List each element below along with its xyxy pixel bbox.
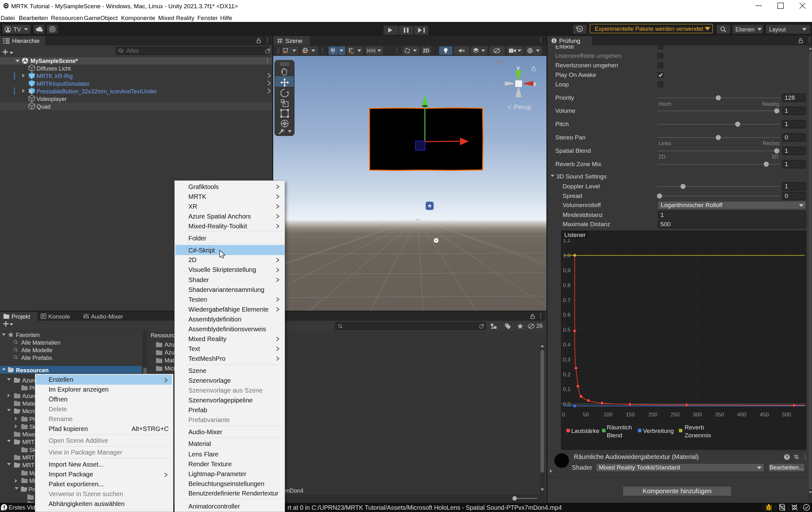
svg-text:0.5: 0.5: [563, 327, 571, 333]
svg-text:50: 50: [583, 412, 589, 418]
svg-text:300: 300: [693, 412, 702, 418]
svg-text:Reverb: Reverb: [685, 424, 704, 431]
svg-text:100: 100: [604, 412, 612, 418]
svg-text:Räumlich: Räumlich: [607, 424, 632, 431]
svg-text:0,3: 0,3: [563, 357, 571, 363]
svg-text:0.2: 0.2: [563, 371, 571, 378]
svg-text:Persp: Persp: [514, 103, 531, 111]
svg-text:y: y: [517, 64, 520, 71]
svg-text:Blend: Blend: [607, 432, 622, 439]
svg-text:Verbreitung: Verbreitung: [643, 427, 674, 434]
svg-text:500: 500: [782, 412, 791, 418]
svg-text:<: <: [508, 103, 511, 111]
svg-text:?: ?: [786, 454, 788, 460]
svg-text:0,9: 0,9: [563, 267, 571, 273]
svg-text:200: 200: [648, 412, 657, 418]
svg-text:Zonenmix: Zonenmix: [685, 432, 711, 439]
svg-text:0,0: 0,0: [563, 401, 571, 407]
svg-text:0: 0: [562, 412, 565, 418]
svg-text:450: 450: [760, 412, 769, 418]
svg-text:Lautstärke: Lautstärke: [571, 427, 600, 434]
svg-text:0.6: 0.6: [563, 312, 571, 318]
svg-text:350: 350: [715, 412, 724, 418]
svg-text:0.7: 0.7: [563, 297, 571, 303]
svg-text:250: 250: [671, 412, 679, 418]
svg-text:0.8: 0.8: [563, 282, 571, 289]
svg-text:0.4: 0.4: [563, 342, 571, 348]
svg-text:150: 150: [626, 412, 635, 418]
svg-text:0,1: 0,1: [563, 386, 571, 392]
svg-text:400: 400: [737, 412, 746, 418]
svg-text:Y: Y: [332, 51, 334, 54]
svg-text:x: x: [533, 80, 536, 87]
